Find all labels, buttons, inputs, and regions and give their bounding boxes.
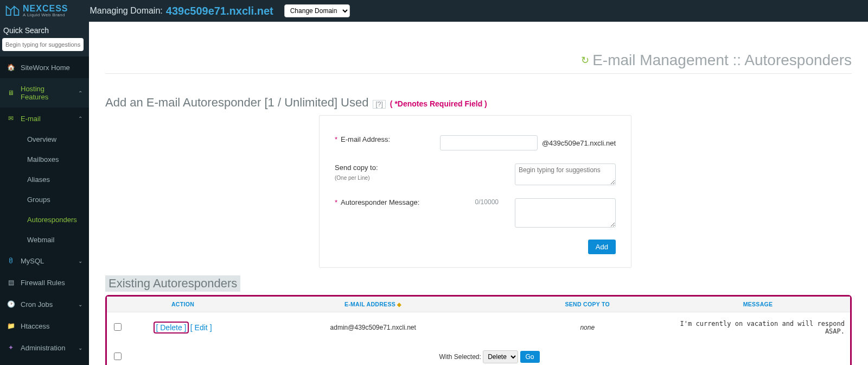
sidebar-sub-overview[interactable]: Overview (22, 129, 89, 149)
main-content: ↻ E-mail Management :: Autoresponders Ad… (89, 22, 868, 365)
quick-search-input[interactable] (2, 38, 84, 51)
sidebar-item-home[interactable]: 🏠 SiteWorx Home (0, 56, 89, 78)
chevron-up-icon: ⌃ (78, 90, 82, 96)
sidebar-item-label: E-mail (21, 115, 73, 123)
sidebar-item-label: Hosting Features (21, 85, 73, 101)
quick-search-block: Quick Search (0, 22, 89, 56)
quick-search-title: Quick Search (2, 25, 87, 38)
sidebar-nav: 🏠 SiteWorx Home 🖥 Hosting Features ⌃ ✉ E… (0, 56, 89, 358)
bulk-action-select[interactable]: Delete (483, 350, 518, 363)
form-actions: Add (335, 234, 616, 254)
brand-logo[interactable]: NEXCESS A Liquid Web Brand (5, 4, 68, 17)
sidebar-item-label: Cron Jobs (21, 300, 73, 309)
email-domain-suffix: @439c509e71.nxcli.net (542, 139, 616, 147)
label-copy: Send copy to: (335, 163, 459, 172)
send-copy-textarea[interactable] (515, 163, 616, 185)
cell-copy: none (509, 312, 666, 343)
sidebar-item-hosting[interactable]: 🖥 Hosting Features ⌃ (0, 78, 89, 108)
required-star: * (335, 135, 337, 143)
sidebar-sub-aliases[interactable]: Aliases (22, 169, 89, 190)
sidebar-item-email[interactable]: ✉ E-mail ⌃ (0, 108, 89, 129)
add-button[interactable]: Add (588, 240, 616, 254)
refresh-icon[interactable]: ↻ (581, 54, 589, 66)
existing-table-wrap: ACTION E-MAIL ADDRESS ◆ SEND COPY TO MES… (105, 295, 852, 365)
label-email: E-mail Address: (341, 135, 390, 143)
brand-tagline: A Liquid Web Brand (23, 13, 68, 17)
page-title-row: ↻ E-mail Management :: Autoresponders (105, 22, 852, 74)
edit-link[interactable]: [ Edit ] (190, 323, 212, 332)
firewall-icon: ▤ (7, 278, 15, 287)
label-copy-hint: (One per Line) (335, 175, 459, 181)
message-textarea[interactable] (515, 198, 616, 228)
clock-icon: 🕑 (7, 300, 15, 309)
col-action[interactable]: ACTION (129, 297, 237, 312)
bulk-label: With Selected: (439, 353, 481, 361)
form-row-message: * Autoresponder Message: 0/10000 (335, 192, 616, 234)
cell-message: I'm currently on vacation and will respo… (666, 312, 850, 343)
sidebar-sub-mailboxes[interactable]: Mailboxes (22, 149, 89, 169)
admin-icon: ✦ (7, 343, 15, 352)
sidebar-item-mysql[interactable]: 🛢 MySQL ⌄ (0, 250, 89, 272)
table-row: [ Delete ] [ Edit ] admin@439c509e71.nxc… (107, 312, 850, 343)
form-section-head: Add an E-mail Autoresponder [1 / Unlimit… (105, 74, 852, 115)
select-all-checkbox[interactable] (114, 353, 122, 360)
existing-heading: Existing Autoresponders (105, 275, 240, 292)
page-title: E-mail Management :: Autoresponders (592, 52, 852, 69)
required-star: * (335, 198, 337, 206)
required-legend: ( *Denotes Required Field ) (390, 99, 487, 108)
highlight-delete: [ Delete ] (154, 322, 188, 333)
email-local-input[interactable] (440, 135, 538, 150)
sidebar-item-label: Htaccess (21, 322, 82, 330)
delete-link[interactable]: [ Delete ] (156, 323, 186, 332)
autoresponder-form: * E-mail Address: @439c509e71.nxcli.net … (319, 115, 631, 268)
chevron-down-icon: ⌄ (78, 258, 82, 264)
form-row-email: * E-mail Address: @439c509e71.nxcli.net (335, 129, 616, 157)
sidebar-item-label: Firewall Rules (21, 279, 82, 287)
sidebar-item-label: Administration (21, 344, 73, 352)
sort-icon: ◆ (397, 301, 401, 307)
label-message: Autoresponder Message: (341, 198, 419, 206)
bulk-go-button[interactable]: Go (520, 351, 540, 363)
form-heading: Add an E-mail Autoresponder [1 / Unlimit… (105, 96, 368, 110)
row-checkbox[interactable] (114, 323, 122, 331)
chevron-down-icon: ⌄ (78, 345, 82, 351)
chevron-up-icon: ⌃ (78, 116, 82, 122)
bulk-action-row: With Selected: Delete Go (107, 343, 850, 365)
sidebar-item-label: SiteWorx Home (21, 64, 82, 72)
sidebar-item-label: MySQL (21, 257, 73, 265)
message-counter: 0/10000 (475, 198, 499, 206)
col-copy[interactable]: SEND COPY TO (509, 297, 666, 312)
sidebar-sub-groups[interactable]: Groups (22, 190, 89, 210)
sidebar-item-firewall[interactable]: ▤ Firewall Rules (0, 272, 89, 293)
help-icon[interactable]: [?] (373, 100, 385, 109)
chevron-down-icon: ⌄ (78, 301, 82, 307)
sidebar-email-submenu: Overview Mailboxes Aliases Groups Autore… (0, 129, 89, 250)
home-icon: 🏠 (7, 63, 15, 72)
sidebar: Quick Search 🏠 SiteWorx Home 🖥 Hosting F… (0, 22, 89, 365)
sidebar-sub-webmail[interactable]: Webmail (22, 230, 89, 250)
mail-icon: ✉ (7, 114, 15, 123)
folder-icon: 📁 (7, 322, 15, 330)
col-message[interactable]: MESSAGE (666, 297, 850, 312)
existing-table: ACTION E-MAIL ADDRESS ◆ SEND COPY TO MES… (107, 297, 850, 365)
topbar: NEXCESS A Liquid Web Brand Managing Doma… (0, 0, 868, 22)
sidebar-item-admin[interactable]: ✦ Administration ⌄ (0, 337, 89, 358)
form-row-copy: Send copy to: (One per Line) (335, 157, 616, 192)
sidebar-sub-autoresponders[interactable]: Autoresponders (22, 210, 89, 230)
change-domain-select[interactable]: Change Domain (284, 4, 350, 17)
monitor-icon: 🖥 (7, 89, 15, 97)
managing-domain-value: 439c509e71.nxcli.net (166, 5, 273, 17)
col-email[interactable]: E-MAIL ADDRESS ◆ (237, 297, 509, 312)
sidebar-item-cron[interactable]: 🕑 Cron Jobs ⌄ (0, 293, 89, 315)
brand-name: NEXCESS (23, 4, 68, 13)
sidebar-item-htaccess[interactable]: 📁 Htaccess (0, 315, 89, 337)
database-icon: 🛢 (7, 256, 15, 265)
cell-email: admin@439c509e71.nxcli.net (237, 312, 509, 343)
logo-mark-icon (5, 5, 20, 17)
managing-domain-label: Managing Domain: (90, 6, 162, 16)
